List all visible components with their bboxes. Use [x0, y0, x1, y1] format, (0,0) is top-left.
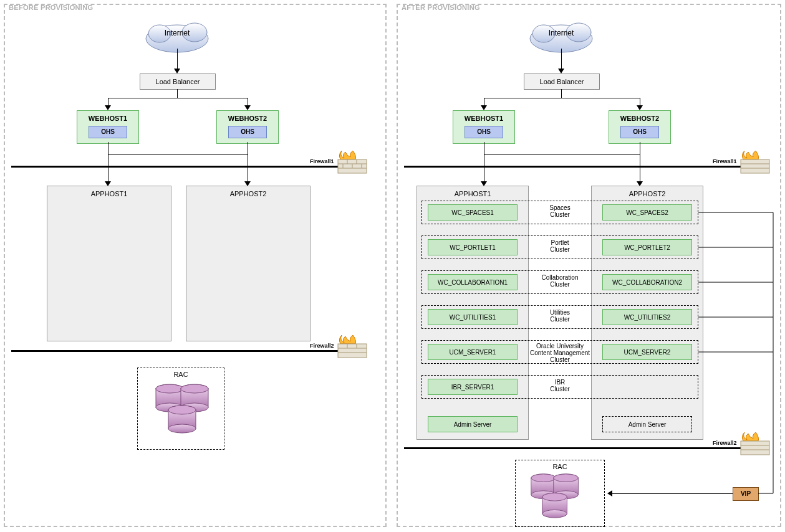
cluster-node: WC_PORTLET2 — [602, 239, 692, 255]
cluster-label: SpacesCluster — [519, 204, 600, 218]
cluster-node: WC_SPACES2 — [602, 204, 692, 221]
cluster-node: WC_COLLABORATION1 — [428, 274, 518, 290]
cluster-node: IBR_SERVER1 — [428, 379, 518, 395]
cluster-node: WC_COLLABORATION2 — [602, 274, 692, 290]
cluster-label: CollaborationCluster — [519, 274, 600, 288]
cluster-node: UCM_SERVER1 — [428, 344, 518, 360]
cluster-label: PortletCluster — [519, 239, 600, 253]
cluster-node: WC_UTILITIES2 — [602, 309, 692, 325]
cluster-label: Oracle UniversityContent ManagementClust… — [519, 343, 600, 363]
cluster-node: UCM_SERVER2 — [602, 344, 692, 360]
cluster-node: WC_PORTLET1 — [428, 239, 518, 255]
cluster-label: IBRCluster — [519, 379, 600, 392]
cluster-node: WC_UTILITIES1 — [428, 309, 518, 325]
cluster-label: UtilitiesCluster — [519, 309, 600, 323]
cluster-node: WC_SPACES1 — [428, 204, 518, 221]
bus-lines — [0, 0, 785, 532]
